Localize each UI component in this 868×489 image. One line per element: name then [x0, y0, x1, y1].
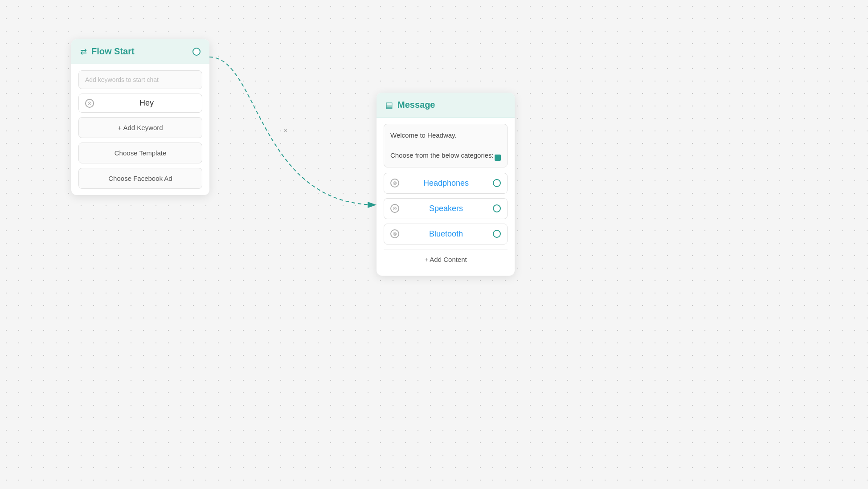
message-card: ▤ Message Welcome to Headway. Choose fro… [377, 93, 515, 276]
flow-start-card: ⇄ Flow Start Add keywords to start chat … [71, 39, 209, 195]
choose-facebook-ad-button[interactable]: Choose Facebook Ad [78, 168, 202, 189]
flow-start-icon: ⇄ [80, 47, 87, 57]
choice-text-headphones: Headphones [403, 179, 489, 188]
message-text: Welcome to Headway. Choose from the belo… [390, 130, 501, 161]
message-text-box: Welcome to Headway. Choose from the belo… [384, 124, 508, 167]
keyword-text: Hey [98, 98, 196, 108]
add-content-button[interactable]: + Add Content [384, 249, 508, 269]
message-line2: Choose from the below categories: [390, 151, 494, 159]
message-body: Welcome to Headway. Choose from the belo… [377, 118, 515, 276]
choice-item-bluetooth: ⊗ Bluetooth [384, 224, 508, 244]
message-edit-indicator [495, 155, 501, 161]
message-icon: ▤ [385, 100, 393, 110]
connector-remove-icon[interactable]: × [284, 127, 287, 134]
flow-start-title: Flow Start [91, 46, 192, 57]
choice-remove-icon-bluetooth[interactable]: ⊗ [390, 229, 399, 238]
choice-output-dot-bluetooth[interactable] [493, 230, 501, 238]
message-title: Message [397, 100, 506, 110]
choice-remove-icon-headphones[interactable]: ⊗ [390, 179, 399, 187]
keyword-item: ⊗ Hey [78, 94, 202, 113]
choice-output-dot-speakers[interactable] [493, 204, 501, 212]
add-keyword-button[interactable]: + Add Keyword [78, 117, 202, 138]
message-line1: Welcome to Headway. [390, 131, 457, 139]
choice-text-speakers: Speakers [403, 204, 489, 213]
choice-output-dot-headphones[interactable] [493, 179, 501, 187]
choice-item-headphones: ⊗ Headphones [384, 173, 508, 194]
message-header: ▤ Message [377, 93, 515, 118]
flow-start-body: Add keywords to start chat ⊗ Hey + Add K… [71, 64, 209, 195]
flow-start-output-dot[interactable] [192, 48, 201, 56]
keyword-placeholder[interactable]: Add keywords to start chat [78, 70, 202, 89]
flow-start-header: ⇄ Flow Start [71, 39, 209, 64]
keyword-remove-icon[interactable]: ⊗ [85, 99, 94, 108]
choice-remove-icon-speakers[interactable]: ⊗ [390, 204, 399, 213]
choose-template-button[interactable]: Choose Template [78, 143, 202, 163]
choice-text-bluetooth: Bluetooth [403, 229, 489, 239]
choice-item-speakers: ⊗ Speakers [384, 198, 508, 219]
